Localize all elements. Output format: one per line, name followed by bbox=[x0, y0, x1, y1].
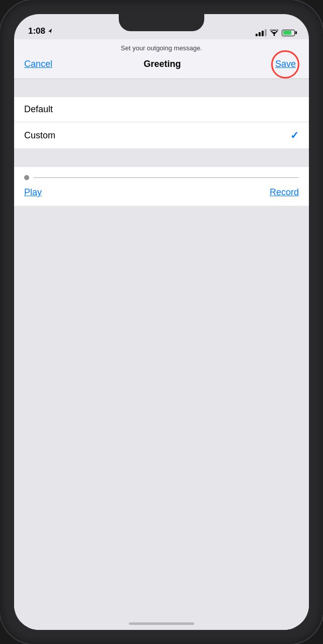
phone-frame: 1:08 bbox=[0, 0, 323, 644]
default-label: Default bbox=[24, 104, 53, 115]
nav-subtitle: Set your outgoing message. bbox=[24, 44, 299, 52]
play-button[interactable]: Play bbox=[24, 187, 42, 198]
status-time: 1:08 bbox=[28, 26, 53, 36]
nav-row: Cancel Greeting Save bbox=[24, 57, 299, 71]
scrubber-track bbox=[33, 177, 299, 178]
nav-bar: Set your outgoing message. Cancel Greeti… bbox=[14, 39, 309, 79]
checkmark-icon: ✓ bbox=[290, 129, 299, 141]
phone-screen: 1:08 bbox=[14, 14, 309, 630]
cancel-button[interactable]: Cancel bbox=[24, 59, 52, 69]
audio-scrubber[interactable] bbox=[14, 167, 309, 182]
record-button[interactable]: Record bbox=[270, 187, 299, 198]
section-separator-1 bbox=[14, 79, 309, 97]
list-item-default[interactable]: Default bbox=[14, 97, 309, 122]
home-indicator bbox=[129, 622, 194, 625]
status-icons bbox=[256, 29, 295, 36]
save-button[interactable]: Save bbox=[272, 57, 299, 71]
save-button-wrapper: Save bbox=[272, 57, 299, 71]
audio-controls: Play Record bbox=[14, 182, 309, 206]
time-display: 1:08 bbox=[28, 26, 45, 36]
section-separator-2 bbox=[14, 149, 309, 167]
notch bbox=[119, 14, 204, 31]
audio-section: Play Record bbox=[14, 167, 309, 206]
location-icon bbox=[47, 28, 53, 34]
signal-icon bbox=[256, 29, 267, 36]
svg-point-0 bbox=[274, 35, 275, 36]
wifi-icon bbox=[270, 29, 279, 36]
greeting-list: Default Custom ✓ bbox=[14, 97, 309, 149]
list-item-custom[interactable]: Custom ✓ bbox=[14, 122, 309, 149]
custom-label: Custom bbox=[24, 130, 55, 141]
page-title: Greeting bbox=[143, 59, 181, 69]
scrubber-handle bbox=[24, 175, 29, 180]
battery-icon bbox=[282, 30, 295, 36]
bottom-content-area bbox=[14, 206, 309, 630]
